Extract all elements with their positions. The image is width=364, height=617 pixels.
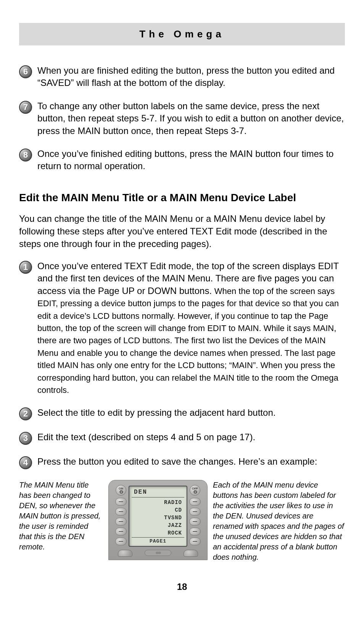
remote-bottom-row <box>115 548 201 557</box>
hard-button-right <box>189 538 201 545</box>
header-title: The Omega <box>139 28 225 40</box>
bottom-right-button <box>184 550 198 557</box>
step-text: When you are finished editing the button… <box>37 65 345 89</box>
hard-button-left <box>115 518 127 525</box>
step-3: 3 Edit the text (described on steps 4 an… <box>19 431 345 445</box>
example-right-caption: Each of the MAIN menu device buttons has… <box>213 480 345 562</box>
page: The Omega 6 When you are finished editin… <box>0 0 364 607</box>
step-6: 6 When you are finished editing the butt… <box>19 65 345 89</box>
step-4: 4 Press the button you edited to save th… <box>19 455 345 469</box>
lcd-footer: PAGE1 <box>132 537 184 544</box>
hard-button-left <box>115 528 127 535</box>
step-number-badge: 4 <box>19 456 32 469</box>
step-text: Select the title to edit by pressing the… <box>37 407 345 419</box>
example-row: The MAIN Menu title has been changed to … <box>19 480 345 562</box>
hard-button-left <box>115 508 127 515</box>
step-number-badge: 3 <box>19 432 32 445</box>
step-1: 1 Once you’ve entered TEXT Edit mode, th… <box>19 260 345 396</box>
step-text: To change any other button labels on the… <box>37 100 345 137</box>
page-number: 18 <box>19 581 345 592</box>
remote-body: ON⏻ DEN RADIO CD TVSND JAZZ ROCK PAGE1 O… <box>108 480 208 560</box>
hard-button-left <box>115 498 127 506</box>
section-intro: You can change the title of the MAIN Men… <box>19 212 345 250</box>
step-number-badge: 6 <box>19 65 32 78</box>
lcd-row: JAZZ <box>132 521 184 529</box>
hard-button-right <box>189 508 201 515</box>
lcd-row: ROCK <box>132 529 184 536</box>
remote-illustration: ON⏻ DEN RADIO CD TVSND JAZZ ROCK PAGE1 O… <box>108 480 208 560</box>
hard-button-right <box>189 518 201 525</box>
step-7: 7 To change any other button labels on t… <box>19 100 345 137</box>
center-pad <box>145 550 171 556</box>
lcd-row: CD <box>132 506 184 514</box>
remote-lcd: DEN RADIO CD TVSND JAZZ ROCK PAGE1 <box>129 486 187 547</box>
step-text: Once you’ve finished editing buttons, pr… <box>37 148 345 173</box>
hard-button-right <box>189 498 201 506</box>
step-number-badge: 1 <box>19 261 32 274</box>
step-text: Once you’ve entered TEXT Edit mode, the … <box>37 260 345 396</box>
step-text-small: When the top of the screen says EDIT, pr… <box>37 286 339 395</box>
step-text: Edit the text (described on steps 4 and … <box>37 431 345 443</box>
power-off-button: OFF⏻ <box>190 485 200 496</box>
page-header: The Omega <box>19 23 345 45</box>
step-8: 8 Once you’ve finished editing buttons, … <box>19 148 345 173</box>
lcd-row: TVSND <box>132 514 184 521</box>
hard-button-right <box>189 528 201 535</box>
step-number-badge: 2 <box>19 407 32 420</box>
lcd-row: RADIO <box>132 498 184 506</box>
section-heading: Edit the MAIN Menu Title or a MAIN Menu … <box>19 192 345 204</box>
example-left-caption: The MAIN Menu title has been changed to … <box>19 480 103 552</box>
step-number-badge: 8 <box>19 149 32 162</box>
bottom-left-button <box>118 550 132 557</box>
step-number-badge: 7 <box>19 101 32 114</box>
step-text: Press the button you edited to save the … <box>37 455 345 468</box>
lcd-title: DEN <box>132 488 184 497</box>
hard-button-left <box>115 538 127 545</box>
power-on-button: ON⏻ <box>116 485 126 496</box>
step-2: 2 Select the title to edit by pressing t… <box>19 407 345 420</box>
